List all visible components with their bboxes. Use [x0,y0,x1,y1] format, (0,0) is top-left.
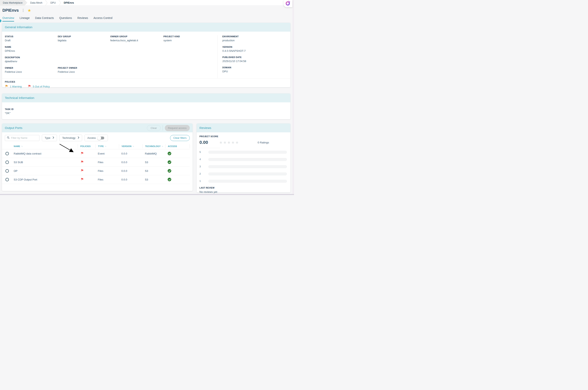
field-name: NAME DPIEnvs [5,46,217,56]
column-header-technology[interactable]: TECHNOLOGY ↑↓ [143,144,165,148]
cell-type: Files [95,178,119,181]
name-filter-input[interactable] [11,137,38,139]
favorite-star-icon[interactable]: ★ [27,8,31,12]
column-label: ACCESS [168,145,177,147]
field-label: STATUS [5,35,58,38]
project-score-label: PROJECT SCORE [199,135,288,138]
row-radio[interactable] [5,161,9,164]
field-value: dpiwithenv [5,60,217,63]
chevron-right-icon [78,136,79,139]
row-radio[interactable] [5,178,9,181]
ratings-count: 0 Ratings [258,141,269,144]
field-value: system [163,39,217,42]
section-title: Reviews [199,126,211,130]
rating-bar-track [208,151,287,154]
table-row[interactable]: OP Files 0.0.0 S3 [2,167,190,175]
ai-assistant-button[interactable] [283,0,292,7]
search-icon [7,136,10,140]
field-value: federica.lisco_agilelab.it [110,39,163,42]
breadcrumb-separator-icon [45,0,47,5]
column-header-policies: POLICIES [78,144,95,148]
horizontal-scrollbar[interactable] [0,194,294,195]
tab-data-contracts[interactable]: Data Contracts [35,16,54,22]
name-filter-box [5,135,39,141]
breadcrumb-item-dpu[interactable]: DPU [47,0,58,5]
cell-type: Event [95,152,119,155]
column-header-type[interactable]: TYPE ↑↓ [95,144,119,148]
field-label: PROJECT KIND [163,35,217,38]
clear-filters-button[interactable]: Clear filters [170,135,190,141]
rating-bar-label: 4 [199,158,202,161]
column-header-name[interactable]: NAME ↑↓ [11,144,78,148]
reviews-card: Reviews PROJECT SCORE 0.00 ★★★★★ 0 Ratin… [196,123,290,192]
floating-widget-handle[interactable] [0,19,1,22]
kebab-menu-icon[interactable]: ⋮ [21,9,25,12]
general-info-side-fields: ENVIRONMENT production VERSION 0.4.0-SNA… [217,35,290,78]
field-label: VERSION [222,46,290,48]
out-of-policy-flag-icon [28,84,31,89]
breadcrumb-item-current: DPIEnvs [61,0,77,5]
cell-version: 0.0.0 [119,169,143,172]
table-row[interactable]: S3 SUB Files 0.0.0 S3 [2,158,190,167]
cell-type: Files [95,161,119,164]
field-value: Federica Lisco [58,70,110,73]
request-access-button[interactable]: Request access [165,125,190,131]
cell-technology: S3 [143,161,165,164]
breadcrumb-item-data-mesh[interactable]: Data Mesh [27,0,45,5]
field-label: ENVIRONMENT [222,35,290,38]
output-ports-table-header: NAME ↑↓ POLICIES TYPE ↑↓ VERSION ↑↓ TECH… [2,143,190,149]
general-information-card: General Information STATUS Draft DEV GRO… [2,23,290,87]
field-dev-group: DEV GROUP bigdata [58,35,110,46]
field-task-id: TASK ID "OK" [5,108,288,115]
section-title: Technical Information [5,96,34,100]
rating-bar-2: 2 [199,170,288,178]
tab-reviews[interactable]: Reviews [78,16,88,22]
type-filter-button[interactable]: Type [42,135,57,141]
field-value: Federica Lisco [5,70,58,73]
field-project-owner: PROJECT OWNER Federica Lisco [58,67,110,77]
project-score-value: 0.00 [199,140,219,145]
policies-warning-link[interactable]: 1 Warning [10,85,22,88]
breadcrumb-item-data-marketplace[interactable]: Data Marketplace [0,0,27,5]
out-of-policy-flag-icon[interactable] [80,151,84,155]
vertical-scrollbar[interactable] [292,0,294,195]
sparkle-circle-logo-icon [285,0,291,7]
table-row[interactable]: RabbitMQ data contract Event 0.0.0 Rabbi… [2,149,190,158]
table-row[interactable]: S3 CDP Output Port Files 0.0.0 S3 [2,175,190,184]
field-project-kind: PROJECT KIND system [163,35,217,46]
rating-distribution: 5 4 3 2 1 [199,148,288,185]
column-header-version[interactable]: VERSION ↑↓ [119,144,143,148]
last-review-value: No reviews yet [199,190,288,194]
field-value: DPIEnvs [5,49,217,52]
rating-bar-label: 3 [199,165,202,168]
rating-bar-4: 4 [199,156,288,163]
last-review-label: LAST REVIEW [199,187,288,189]
row-radio[interactable] [5,152,9,155]
clear-selection-button[interactable]: Clear [147,125,160,131]
tab-overview[interactable]: Overview [2,16,14,22]
policies-block: POLICIES 1 Warning 5 Out of Policy [2,79,290,87]
out-of-policy-flag-icon[interactable] [80,160,84,164]
out-of-policy-flag-icon[interactable] [80,178,84,182]
last-review-block: LAST REVIEW No reviews yet [199,187,288,194]
policies-out-of-policy-link[interactable]: 5 Out of Policy [33,85,50,88]
general-info-fields: STATUS Draft DEV GROUP bigdata OWNER GRO… [5,35,217,78]
rating-bar-1: 1 [199,178,288,185]
tab-lineage[interactable]: Lineage [20,16,30,22]
cell-type: Files [95,169,119,172]
field-label: TASK ID [5,108,288,110]
rating-bar-track [208,165,287,168]
rating-bar-track [208,172,287,175]
field-label: DESCRIPTION [5,56,217,59]
out-of-policy-flag-icon[interactable] [80,169,84,173]
column-label: POLICIES [80,145,91,147]
sort-icon: ↑↓ [161,145,163,147]
technology-filter-button[interactable]: Technology [59,135,82,141]
access-granted-icon [168,160,171,164]
row-radio[interactable] [5,169,9,173]
access-toggle[interactable] [98,137,104,139]
sort-icon: ↑↓ [132,145,134,147]
tab-questions[interactable]: Questions [59,16,72,22]
column-label: NAME [14,145,20,147]
tab-access-control[interactable]: Access Control [94,16,113,22]
